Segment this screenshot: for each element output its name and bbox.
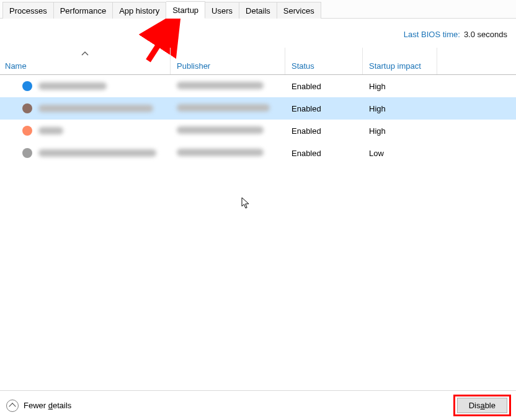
app-icon bbox=[22, 81, 32, 91]
header-publisher[interactable]: Publisher bbox=[171, 48, 285, 74]
cell-status: Enabled bbox=[285, 126, 363, 136]
table-row[interactable]: EnabledHigh bbox=[0, 75, 516, 97]
tab-details[interactable]: Details bbox=[239, 2, 277, 19]
tab-users[interactable]: Users bbox=[205, 2, 239, 19]
app-icon bbox=[22, 126, 32, 136]
cell-status: Enabled bbox=[285, 149, 363, 158]
startup-list: EnabledHighEnabledHighEnabledHighEnabled… bbox=[0, 75, 516, 390]
disable-button[interactable]: Disable bbox=[457, 398, 507, 413]
app-icon bbox=[22, 103, 32, 113]
header-publisher-label: Publisher bbox=[177, 61, 210, 71]
app-name-blurred bbox=[38, 127, 63, 134]
app-name-blurred bbox=[38, 149, 156, 157]
sort-ascending-icon bbox=[81, 51, 89, 56]
cell-impact: High bbox=[363, 82, 437, 91]
app-name-blurred bbox=[38, 82, 107, 90]
column-headers: Name Publisher Status Startup impact bbox=[0, 48, 516, 75]
bios-time-value: 3.0 seconds bbox=[464, 30, 507, 39]
cell-publisher bbox=[171, 82, 285, 91]
header-status-label: Status bbox=[291, 61, 314, 71]
cell-status: Enabled bbox=[285, 82, 363, 91]
header-name-label: Name bbox=[5, 61, 27, 71]
bios-time: Last BIOS time: 3.0 seconds bbox=[0, 19, 516, 39]
cell-impact: High bbox=[363, 104, 437, 113]
app-name-blurred bbox=[38, 105, 153, 112]
task-manager-window: Processes Performance App history Startu… bbox=[0, 0, 516, 420]
table-row[interactable]: EnabledHigh bbox=[0, 97, 516, 120]
header-name[interactable]: Name bbox=[0, 48, 171, 74]
footer-bar: Fewer details Disable bbox=[0, 390, 516, 420]
cell-name bbox=[0, 148, 171, 158]
publisher-blurred bbox=[177, 104, 270, 112]
collapse-icon bbox=[6, 400, 19, 412]
cell-impact: High bbox=[363, 126, 437, 136]
tab-processes[interactable]: Processes bbox=[2, 2, 54, 19]
cell-publisher bbox=[171, 104, 285, 113]
cell-publisher bbox=[171, 149, 285, 158]
cell-name bbox=[0, 126, 171, 136]
tab-startup[interactable]: Startup bbox=[166, 1, 205, 19]
publisher-blurred bbox=[177, 126, 264, 134]
publisher-blurred bbox=[177, 82, 264, 89]
tab-app-history[interactable]: App history bbox=[113, 2, 166, 19]
table-row[interactable]: EnabledHigh bbox=[0, 120, 516, 142]
table-row[interactable]: EnabledLow bbox=[0, 142, 516, 164]
cell-publisher bbox=[171, 126, 285, 136]
tab-performance[interactable]: Performance bbox=[54, 2, 113, 19]
cell-name bbox=[0, 81, 171, 91]
header-impact[interactable]: Startup impact bbox=[363, 48, 437, 74]
fewer-details-toggle[interactable]: Fewer details bbox=[6, 400, 71, 412]
cell-impact: Low bbox=[363, 149, 437, 158]
header-impact-label: Startup impact bbox=[369, 61, 421, 71]
app-icon bbox=[22, 148, 32, 158]
header-status[interactable]: Status bbox=[285, 48, 363, 74]
publisher-blurred bbox=[177, 149, 264, 156]
tab-bar: Processes Performance App history Startu… bbox=[0, 0, 516, 19]
fewer-details-label: Fewer details bbox=[24, 401, 71, 410]
cell-name bbox=[0, 103, 171, 113]
cell-status: Enabled bbox=[285, 104, 363, 113]
tab-services[interactable]: Services bbox=[277, 2, 321, 19]
bios-time-label: Last BIOS time: bbox=[404, 30, 460, 39]
